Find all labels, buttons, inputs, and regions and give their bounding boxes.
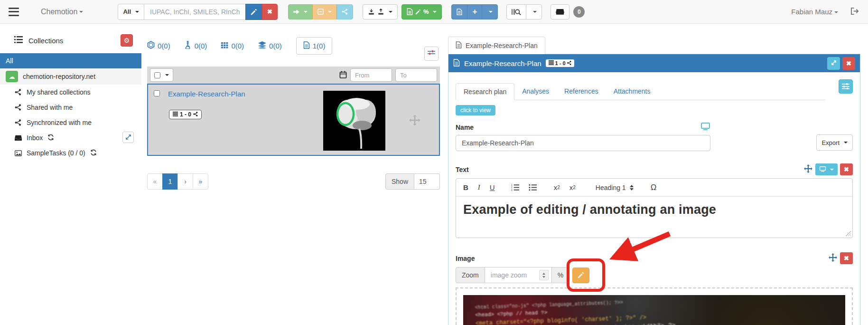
field-display-dropdown[interactable]: [815, 163, 838, 175]
rich-text-editor: B I U 123 x2 x2 Heading 1 Ω: [456, 178, 853, 238]
drag-handle-icon[interactable]: [409, 114, 421, 128]
clear-search-button[interactable]: ✖: [262, 4, 278, 20]
image-dropzone[interactable]: <html class="no-js" <?php language_attri…: [456, 287, 853, 325]
text-label: Text: [456, 166, 469, 173]
research-plan-row[interactable]: Example-Research-Plan 1 - 0: [147, 84, 440, 156]
sidebar-item-sample-tasks[interactable]: SampleTasks (0 / 0): [0, 145, 141, 161]
svg-text:2: 2: [511, 186, 513, 189]
refresh-icon: [47, 134, 54, 142]
document-icon: [303, 41, 310, 50]
bold-button[interactable]: B: [463, 184, 468, 191]
pagination-next[interactable]: ›: [177, 173, 193, 190]
superscript-button[interactable]: x2: [569, 184, 576, 191]
tab-references[interactable]: References: [557, 83, 606, 100]
inbox-expand-button[interactable]: [122, 132, 134, 143]
italic-button[interactable]: I: [478, 184, 480, 191]
share-icon: [14, 104, 22, 111]
fullscreen-button[interactable]: [827, 57, 840, 70]
structure-editor-button[interactable]: [245, 4, 262, 20]
scan-group: [506, 4, 542, 19]
export-dropdown-button[interactable]: Export: [816, 134, 853, 151]
sidebar-item-synchronized[interactable]: Synchronized with me: [0, 115, 141, 130]
sidebar-item-shared-with-me[interactable]: Shared with me: [0, 100, 141, 115]
import-export-button[interactable]: [363, 4, 398, 19]
logout-icon[interactable]: [850, 7, 859, 17]
move-field-handle-icon[interactable]: [828, 253, 838, 264]
inbox-icon: [14, 135, 22, 141]
page-size-input[interactable]: [414, 173, 440, 190]
brand-dropdown[interactable]: Chemotion: [41, 8, 83, 16]
delete-text-field-button[interactable]: ✖: [840, 163, 853, 175]
date-from-input[interactable]: [350, 68, 392, 82]
barcode-scan-button[interactable]: [506, 4, 526, 19]
underline-button[interactable]: U: [490, 184, 495, 191]
panel-collection-badge: 1 - 0: [546, 59, 574, 67]
special-character-button[interactable]: Ω: [651, 183, 657, 191]
sidebar-item-repository[interactable]: ☁ chemotion-repository.net: [0, 68, 141, 85]
tab-research-plan[interactable]: Research plan: [456, 83, 514, 100]
tab-attachments[interactable]: Attachments: [606, 83, 658, 100]
report-button[interactable]: %: [401, 4, 442, 19]
screen-icon: [819, 166, 826, 173]
heading-select[interactable]: Heading 1: [596, 184, 634, 191]
create-plan-button[interactable]: [451, 4, 467, 19]
inbox-refresh-button[interactable]: [47, 134, 54, 142]
page-size-group: Show: [385, 173, 440, 190]
sliders-icon: [428, 50, 435, 58]
row-checkbox[interactable]: [154, 90, 160, 96]
share-button[interactable]: [336, 4, 353, 19]
sample-tasks-refresh-button[interactable]: [90, 149, 97, 157]
search-scope-dropdown[interactable]: All: [118, 4, 144, 20]
delete-image-field-button[interactable]: ✖: [840, 252, 853, 264]
sidebar-item-inbox[interactable]: Inbox: [0, 130, 141, 145]
search-input[interactable]: [144, 4, 246, 20]
tab-samples[interactable]: 0(0): [147, 41, 170, 50]
manage-collections-button[interactable]: ⚙: [121, 34, 133, 47]
move-to-collection-button[interactable]: [288, 4, 313, 19]
date-to-input[interactable]: [395, 68, 437, 82]
tab-screens[interactable]: 0(0): [258, 41, 282, 50]
screen-toggle-icon[interactable]: [700, 123, 710, 132]
remove-from-collection-button[interactable]: [312, 4, 337, 19]
user-menu[interactable]: Fabian Mauz: [791, 8, 838, 16]
pagination-first[interactable]: «: [147, 173, 163, 190]
collections-sidebar: Collections ⚙ All ☁ chemotion-repository…: [0, 24, 141, 325]
chemotion-app: Chemotion All ✖: [0, 0, 868, 325]
sidebar-item-my-shared[interactable]: My shared collections: [0, 85, 141, 100]
zoom-stepper[interactable]: [539, 270, 549, 280]
detail-tab[interactable]: Example-Research-Plan: [448, 37, 545, 54]
close-icon: ✖: [844, 255, 849, 261]
tab-wellplates[interactable]: 0(0): [221, 42, 244, 50]
ordered-list-button[interactable]: 123: [511, 184, 519, 191]
share-icon: [14, 119, 22, 126]
inbox-button[interactable]: [551, 4, 569, 19]
move-assign-group: [288, 4, 353, 19]
sidebar-item-all[interactable]: All: [0, 53, 141, 68]
pagination-page-1[interactable]: 1: [162, 173, 178, 190]
inbox-count-badge: 0: [573, 6, 585, 18]
name-input[interactable]: [456, 135, 710, 151]
pagination-last[interactable]: »: [193, 173, 208, 190]
panel-options-button[interactable]: [839, 79, 853, 94]
plus-icon: +: [472, 8, 477, 16]
scan-dropdown-button[interactable]: [526, 4, 542, 19]
select-all-dropdown[interactable]: [150, 68, 173, 82]
element-filter-bar: 0(0) 0(0) 0(0) 0(0) 1(0): [147, 36, 440, 55]
bullet-list-button[interactable]: [529, 184, 537, 191]
chevron-updown-icon: [630, 185, 634, 191]
tab-analyses[interactable]: Analyses: [514, 83, 557, 100]
select-all-checkbox[interactable]: [154, 72, 160, 78]
move-field-handle-icon[interactable]: [803, 164, 813, 175]
editor-content[interactable]: Example of editing / annotating an image: [456, 197, 852, 238]
subscript-button[interactable]: x2: [554, 184, 560, 191]
annotate-image-button[interactable]: [572, 268, 589, 283]
tab-reactions[interactable]: 0(0): [185, 41, 207, 50]
create-dropdown-button[interactable]: [482, 4, 498, 19]
hamburger-menu-icon[interactable]: [9, 8, 19, 16]
close-panel-button[interactable]: ✖: [842, 57, 855, 70]
resize-handle[interactable]: [846, 231, 851, 236]
list-options-button[interactable]: [424, 47, 439, 61]
list-icon: [549, 60, 554, 66]
create-new-button[interactable]: +: [467, 4, 482, 19]
tab-research-plans[interactable]: 1(0): [296, 37, 333, 55]
